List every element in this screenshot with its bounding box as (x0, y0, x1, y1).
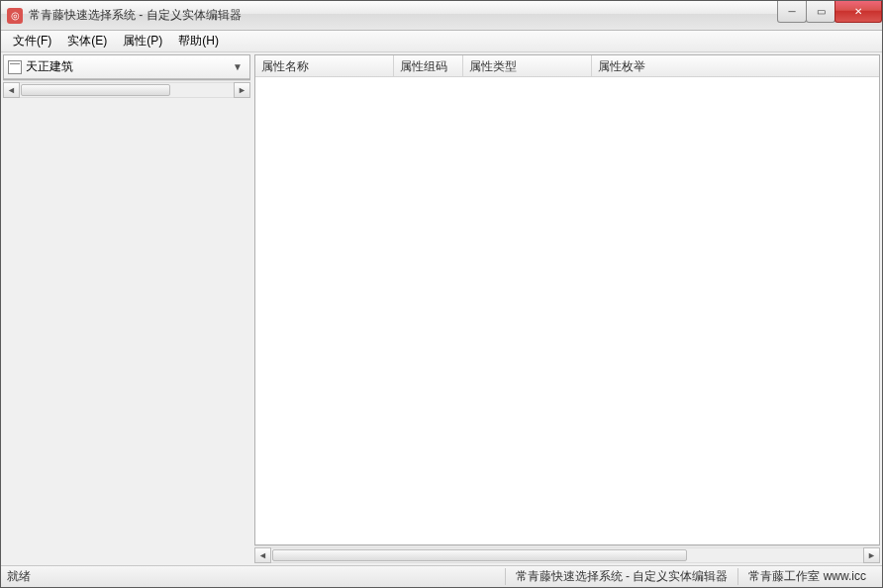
category-combobox[interactable]: 天正建筑 ▼ (4, 55, 249, 79)
statusbar: 就绪 常青藤快速选择系统 - 自定义实体编辑器 常青藤工作室 www.icc (1, 565, 882, 587)
right-horizontal-scrollbar[interactable]: ◄ ► (254, 545, 880, 563)
column-name[interactable]: 属性名称 (255, 55, 394, 76)
left-pane: 天正建筑 ▼ − 实体列表 天正标高（TCH_ELEVATION）天正文字（TC… (3, 54, 250, 80)
column-enum[interactable]: 属性枚举 (592, 55, 879, 76)
scroll-thumb[interactable] (21, 84, 170, 96)
menu-entity[interactable]: 实体(E) (59, 31, 115, 51)
minimize-button[interactable]: ─ (777, 1, 807, 23)
window-controls: ─ ▭ ✕ (778, 1, 882, 23)
left-column: 天正建筑 ▼ − 实体列表 天正标高（TCH_ELEVATION）天正文字（TC… (3, 54, 250, 563)
status-ready: 就绪 (7, 568, 31, 585)
menubar: 文件(F) 实体(E) 属性(P) 帮助(H) (1, 31, 882, 52)
grid-header: 属性名称 属性组码 属性类型 属性枚举 (255, 55, 879, 77)
app-icon (7, 8, 23, 24)
combo-selected-text: 天正建筑 (26, 58, 230, 75)
menu-property[interactable]: 属性(P) (115, 31, 170, 51)
close-button[interactable]: ✕ (834, 1, 882, 23)
chevron-down-icon: ▼ (230, 61, 245, 72)
scroll-left-icon[interactable]: ◄ (254, 547, 271, 563)
right-column: 属性名称 属性组码 属性类型 属性枚举 ◄ ► (254, 54, 880, 563)
scroll-left-icon[interactable]: ◄ (3, 82, 20, 98)
menu-file[interactable]: 文件(F) (5, 31, 59, 51)
scroll-thumb[interactable] (272, 549, 687, 561)
content-area: 天正建筑 ▼ − 实体列表 天正标高（TCH_ELEVATION）天正文字（TC… (1, 52, 882, 565)
scroll-right-icon[interactable]: ► (234, 82, 250, 98)
column-type[interactable]: 属性类型 (463, 55, 592, 76)
window-title: 常青藤快速选择系统 - 自定义实体编辑器 (29, 7, 242, 24)
grid-body[interactable] (255, 77, 879, 544)
combo-icon (8, 60, 22, 74)
left-horizontal-scrollbar[interactable]: ◄ ► (3, 80, 250, 98)
status-right: 常青藤工作室 www.icc (737, 568, 876, 585)
menu-help[interactable]: 帮助(H) (170, 31, 227, 51)
scroll-right-icon[interactable]: ► (863, 547, 880, 563)
status-center: 常青藤快速选择系统 - 自定义实体编辑器 (505, 568, 738, 585)
maximize-button[interactable]: ▭ (806, 1, 835, 23)
scroll-track[interactable] (20, 82, 234, 98)
app-window: 常青藤快速选择系统 - 自定义实体编辑器 ─ ▭ ✕ 文件(F) 实体(E) 属… (0, 0, 883, 588)
titlebar: 常青藤快速选择系统 - 自定义实体编辑器 ─ ▭ ✕ (1, 1, 882, 31)
column-group[interactable]: 属性组码 (394, 55, 463, 76)
right-pane: 属性名称 属性组码 属性类型 属性枚举 (254, 54, 880, 545)
scroll-track[interactable] (271, 547, 863, 563)
